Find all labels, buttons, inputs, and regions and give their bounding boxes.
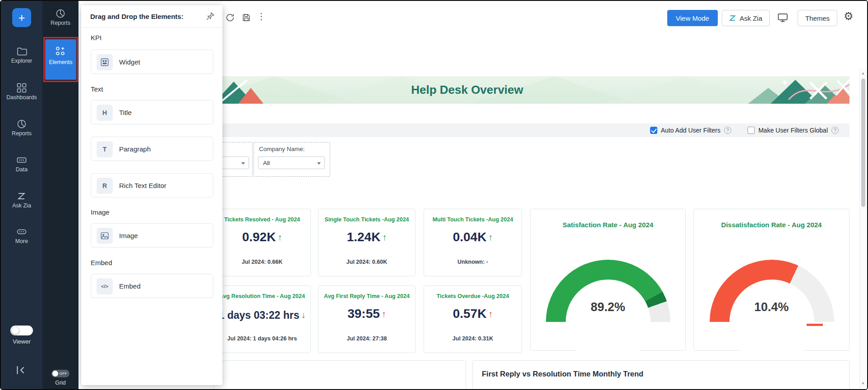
company-name-label: Company Name: (259, 146, 305, 152)
create-new-button[interactable]: + (12, 8, 31, 27)
help-icon[interactable]: ? (724, 127, 731, 134)
trend-up-icon: ↑ (277, 232, 282, 242)
kpi-value: 1.24K↑ (319, 230, 415, 244)
gauge-hole (729, 280, 814, 364)
grid-toggle[interactable]: OFF (51, 370, 69, 377)
toggle-knob (52, 371, 58, 376)
chart-title: First Reply vs Resolution Time Monthly T… (482, 370, 643, 378)
panel-title: Drag and Drop the Elements: (90, 13, 184, 20)
element-image[interactable]: Image (91, 223, 213, 248)
zia-icon (1, 191, 42, 202)
sidebar-item-ask-zia[interactable]: Ask Zia (1, 191, 42, 209)
gauge-title: Dissatisfaction Rate - Aug 2024 (694, 221, 849, 229)
section-label-image: Image (91, 208, 110, 216)
auto-add-user-filters-checkbox[interactable] (650, 127, 657, 134)
element-label: Paragraph (119, 137, 151, 161)
kpi-value: 0.57K↑ (424, 307, 522, 321)
viewer-toggle[interactable] (10, 326, 33, 335)
gauge-value: 10.4% (694, 300, 849, 314)
kpi-card-tickets-overdue[interactable]: Tickets Overdue -Aug 2024 0.57K↑ Jul 202… (424, 285, 522, 353)
element-widget[interactable]: Widget (91, 50, 213, 74)
pin-icon[interactable] (205, 11, 215, 21)
sidebar-item-label: More (1, 238, 42, 244)
make-user-filters-global-checkbox[interactable] (748, 127, 755, 134)
auto-add-user-filters-label: Auto Add User Filters (661, 127, 720, 134)
widget-icon (97, 54, 113, 70)
sidebar-item-label: Explorer (1, 58, 42, 64)
kpi-value: 1 days 03:22 hrs↓ (214, 309, 310, 321)
chevron-down-icon (317, 162, 321, 165)
sidebar-item-more[interactable]: More (1, 226, 42, 244)
collapse-sidebar-button[interactable] (14, 364, 27, 377)
sidebar-item-dashboards[interactable]: Dashboards (1, 83, 42, 101)
kpi-subtext: Jul 2024: 0.31K (424, 335, 522, 342)
element-label: Embed (119, 274, 141, 298)
element-rich-text-editor[interactable]: R Rich Text Editor (91, 173, 213, 197)
kpi-card-avg-first-reply[interactable]: Avg First Reply Time - Aug 2024 39:55↑ J… (318, 285, 416, 353)
partial-chart-card[interactable] (213, 360, 466, 390)
element-title[interactable]: H Title (91, 100, 213, 124)
kpi-subtext: Jul 2024: 0.66K (214, 259, 310, 265)
rail-item-elements-selected[interactable]: Elements (45, 39, 76, 80)
kpi-title: Avg Resolution Time - Aug 2024 (214, 293, 310, 299)
gauge-hole (566, 280, 651, 364)
folder-icon (1, 46, 42, 57)
kpi-subtext: Unknown: - (424, 259, 522, 265)
elements-icon (45, 46, 76, 56)
kpi-title: Single Touch Tickets -Aug 2024 (319, 216, 415, 223)
kpi-subtext: Jul 2024: 0.60K (319, 259, 415, 265)
image-icon (97, 228, 113, 244)
view-mode-button[interactable]: View Mode (667, 10, 718, 26)
sidebar-item-explorer[interactable]: Explorer (1, 46, 42, 64)
scroll-up-icon[interactable]: ▲ (860, 71, 866, 75)
trend-up-icon: ↑ (382, 232, 387, 242)
element-embed[interactable]: </> Embed (91, 274, 213, 298)
kpi-card-single-touch[interactable]: Single Touch Tickets -Aug 2024 1.24K↑ Ju… (318, 209, 416, 276)
section-label-kpi: KPI (91, 34, 102, 41)
sidebar-item-data[interactable]: Data (1, 155, 42, 173)
gauge-card-dissatisfaction[interactable]: Dissatisfaction Rate - Aug 2024 10.4% (693, 209, 850, 351)
sidebar-item-label: Reports (1, 130, 42, 137)
toggle-knob (11, 326, 19, 335)
themes-button[interactable]: Themes (798, 10, 837, 26)
rail-item-reports[interactable]: Reports (42, 8, 78, 26)
scrollbar-thumb[interactable] (861, 78, 865, 207)
element-label: Widget (119, 50, 140, 74)
grid-toggle-state: OFF (60, 372, 68, 376)
dashboards-grid-icon (1, 83, 42, 93)
kpi-title: Avg First Reply Time - Aug 2024 (319, 293, 415, 299)
kpi-title: Tickets Resolved - Aug 2024 (214, 216, 310, 223)
embed-code-icon: </> (97, 278, 113, 294)
element-label: Title (119, 101, 132, 125)
rich-text-icon: R (97, 178, 113, 194)
ask-zia-button[interactable]: Ask Zia (722, 10, 770, 26)
save-icon[interactable] (241, 13, 251, 23)
vertical-scrollbar[interactable]: ▲ ▼ (859, 69, 866, 388)
viewer-label: Viewer (1, 338, 42, 345)
more-options-icon[interactable]: ⋮ (257, 11, 266, 22)
element-label: Image (119, 224, 138, 248)
company-name-select[interactable]: All (258, 156, 325, 169)
sidebar-item-reports[interactable]: Reports (1, 119, 42, 137)
kpi-subtext: Jul 2024: 1 days 04:26 hrs (214, 335, 310, 342)
title-icon: H (97, 105, 113, 121)
settings-gear-icon[interactable]: ⚙ (844, 10, 854, 23)
kpi-card-tickets-resolved[interactable]: Tickets Resolved - Aug 2024 0.92K↑ Jul 2… (213, 209, 311, 276)
help-icon[interactable]: ? (831, 127, 839, 134)
scroll-down-icon[interactable]: ▼ (860, 381, 866, 385)
refresh-icon[interactable] (225, 13, 235, 23)
rail-item-label: Elements (45, 59, 76, 65)
data-table-icon (1, 155, 42, 165)
kpi-card-multi-touch[interactable]: Multi Touch Tickets -Aug 2024 0.04K↑ Unk… (424, 209, 522, 276)
pie-chart-icon (42, 8, 78, 19)
trend-chart-card[interactable]: First Reply vs Resolution Time Monthly T… (472, 360, 850, 390)
presentation-display-icon[interactable] (777, 12, 789, 23)
section-label-text: Text (91, 85, 103, 93)
kpi-card-avg-resolution-time[interactable]: Avg Resolution Time - Aug 2024 1 days 03… (213, 285, 311, 353)
trend-up-icon: ↑ (488, 309, 493, 319)
element-paragraph[interactable]: T Paragraph (91, 137, 213, 161)
trend-down-icon: ↓ (301, 310, 306, 320)
gauge-card-satisfaction[interactable]: Satisfaction Rate - Aug 2024 89.2% (530, 209, 686, 351)
chevron-down-icon (241, 162, 245, 165)
rail-item-label: Reports (42, 20, 78, 26)
